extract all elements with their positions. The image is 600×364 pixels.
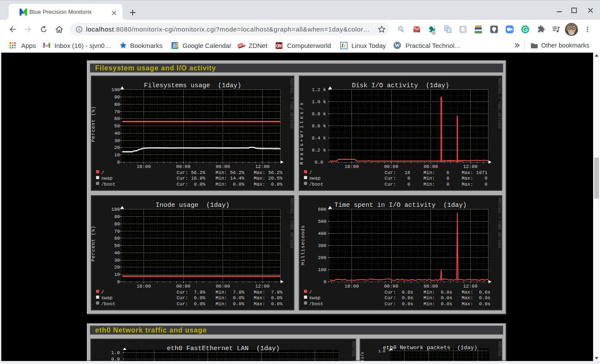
svg-text:Max:: Max:: [462, 290, 473, 295]
svg-text:00:00: 00:00: [384, 284, 398, 289]
svg-text:Max:: Max:: [462, 295, 473, 301]
svg-text:?: ?: [433, 31, 435, 35]
svg-text:1071: 1071: [476, 170, 488, 175]
svg-text:eth0 FastEthernet LAN (1day): eth0 FastEthernet LAN (1day): [167, 345, 280, 352]
svg-text:/boot: /boot: [101, 182, 115, 187]
svg-text:600: 600: [318, 207, 326, 212]
svg-text:500: 500: [318, 219, 326, 224]
svg-text:Cur:: Cur:: [177, 182, 188, 187]
svg-text:100: 100: [112, 207, 120, 212]
svg-text:18.9%: 18.9%: [191, 176, 205, 181]
svg-text:0.9: 0.9: [111, 357, 120, 361]
svg-text:6: 6: [447, 170, 450, 175]
svg-text:swap: swap: [101, 295, 112, 301]
svg-text:/boot: /boot: [309, 182, 323, 187]
svg-text:12:00: 12:00: [463, 284, 477, 289]
svg-text:0.0%: 0.0%: [233, 182, 245, 187]
svg-text:0.0%: 0.0%: [194, 295, 205, 301]
svg-text:300: 300: [318, 243, 326, 248]
svg-text:0.0s: 0.0s: [479, 295, 490, 301]
svg-text:Cur:: Cur:: [385, 301, 396, 307]
svg-text:/: /: [309, 170, 312, 175]
svg-text:swap: swap: [309, 295, 320, 301]
svg-text:18:00: 18:00: [137, 164, 151, 169]
svg-text:Min:: Min:: [216, 290, 227, 295]
svg-text:06:00: 06:00: [216, 164, 230, 169]
svg-text:20.5%: 20.5%: [268, 176, 282, 181]
svg-text:Cur:: Cur:: [177, 301, 188, 307]
svg-text:06:00: 06:00: [216, 284, 230, 289]
svg-text:Cur:: Cur:: [177, 170, 188, 175]
svg-text:7.9%: 7.9%: [194, 290, 205, 295]
svg-text:56.2%: 56.2%: [230, 170, 244, 175]
svg-text:20: 20: [114, 145, 120, 150]
svg-text:0: 0: [485, 182, 488, 187]
svg-text:0.0: 0.0: [315, 160, 326, 165]
svg-text:56.2%: 56.2%: [191, 170, 205, 175]
svg-text:70: 70: [114, 229, 120, 234]
svg-text:00:00: 00:00: [176, 164, 190, 169]
svg-text:0: 0: [117, 279, 120, 285]
svg-text:Min:: Min:: [216, 176, 227, 181]
svg-text:swap: swap: [309, 176, 320, 181]
svg-text:0.0%: 0.0%: [233, 301, 245, 307]
svg-text:Max:: Max:: [462, 170, 473, 175]
svg-text:RRDTOOL / TOBI OETIKER: RRDTOOL / TOBI OETIKER: [497, 341, 501, 361]
svg-text:eth0 Network packets (1day): eth0 Network packets (1day): [383, 345, 477, 351]
svg-text:Cur:: Cur:: [177, 290, 188, 295]
svg-text:Min:: Min:: [424, 170, 435, 175]
svg-text:Percent (%): Percent (%): [91, 106, 96, 142]
svg-text:0.0s: 0.0s: [441, 295, 452, 301]
svg-text:20: 20: [114, 265, 120, 270]
svg-text:50: 50: [114, 123, 120, 129]
svg-text:Cur:: Cur:: [385, 290, 396, 295]
svg-text:80: 80: [114, 222, 120, 227]
svg-text:Max:: Max:: [254, 290, 265, 295]
svg-text:0.8 k: 0.8 k: [312, 111, 326, 117]
svg-text:/: /: [309, 290, 312, 295]
svg-text:Min:: Min:: [216, 182, 227, 187]
svg-text:Cur:: Cur:: [177, 295, 188, 301]
svg-text:Max:: Max:: [462, 182, 473, 187]
svg-text:18:00: 18:00: [345, 164, 359, 169]
svg-text:Max:: Max:: [254, 295, 265, 301]
svg-text:Min:: Min:: [424, 176, 435, 181]
svg-text:18:00: 18:00: [137, 284, 151, 289]
svg-text:40: 40: [114, 250, 120, 256]
svg-text:1.0: 1.0: [378, 349, 385, 354]
svg-text:Min:: Min:: [424, 295, 435, 301]
svg-text:Max:: Max:: [254, 170, 265, 175]
svg-text:0: 0: [447, 176, 450, 181]
svg-text:Min:: Min:: [424, 182, 435, 187]
svg-text:Cur:: Cur:: [177, 176, 188, 181]
svg-text:swap: swap: [101, 176, 112, 181]
svg-text:Cur:: Cur:: [385, 176, 396, 181]
svg-text:Max:: Max:: [462, 176, 473, 181]
svg-text:Filesystems usage (1day): Filesystems usage (1day): [144, 82, 241, 89]
svg-text:Cur:: Cur:: [385, 170, 396, 175]
svg-text:56.2%: 56.2%: [268, 170, 282, 175]
svg-text:00:00: 00:00: [176, 284, 190, 289]
svg-text:28: 28: [173, 43, 177, 47]
svg-text:Inode usage (1day): Inode usage (1day): [156, 202, 230, 209]
svg-text:RRDTOOL / TOBI OETIKER: RRDTOOL / TOBI OETIKER: [289, 78, 294, 129]
svg-text:0.0s: 0.0s: [402, 290, 413, 295]
svg-text:RRDTOOL / TOBI OETIKER: RRDTOOL / TOBI OETIKER: [497, 78, 501, 129]
svg-text:Cur:: Cur:: [385, 182, 396, 187]
svg-text:0: 0: [485, 176, 488, 181]
svg-text:0.0%: 0.0%: [271, 301, 283, 307]
svg-text:16: 16: [405, 170, 410, 175]
svg-text:Min:: Min:: [216, 295, 227, 301]
svg-text:W: W: [395, 42, 400, 48]
svg-text:100: 100: [318, 267, 326, 272]
svg-text:30: 30: [114, 258, 120, 263]
svg-text:Time spent in I/O activity (1: Time spent in I/O activity (1day): [334, 202, 466, 209]
svg-text:/boot: /boot: [309, 301, 323, 307]
svg-text:RRDTOOL / TOBI OETIKER: RRDTOOL / TOBI OETIKER: [289, 198, 294, 249]
svg-text:40: 40: [114, 131, 120, 136]
svg-text:Cur:: Cur:: [385, 295, 396, 301]
svg-text:0.2 k: 0.2 k: [312, 148, 326, 153]
svg-text:Max:: Max:: [254, 182, 265, 187]
svg-text:0.0s: 0.0s: [441, 290, 452, 295]
svg-text:1.2 k: 1.2 k: [312, 87, 326, 92]
